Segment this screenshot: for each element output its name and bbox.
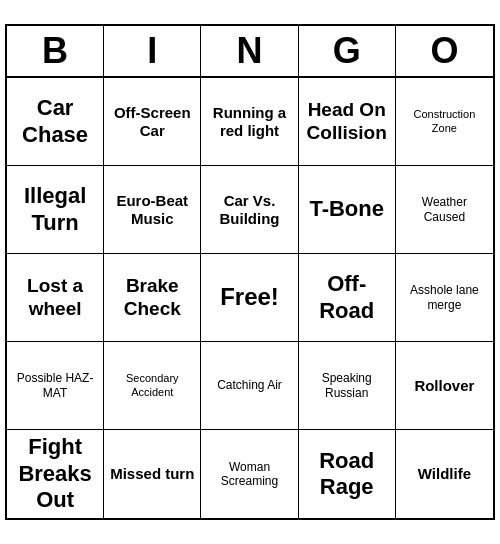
bingo-cell-9[interactable]: Weather Caused (396, 166, 493, 254)
bingo-cell-16[interactable]: Secondary Accident (104, 342, 201, 430)
bingo-cell-3[interactable]: Head On Collision (299, 78, 396, 166)
bingo-cell-5[interactable]: Illegal Turn (7, 166, 104, 254)
bingo-cell-6[interactable]: Euro-Beat Music (104, 166, 201, 254)
bingo-card: BINGO Car ChaseOff-Screen CarRunning a r… (5, 24, 495, 520)
cell-text-9: Weather Caused (400, 195, 489, 224)
bingo-cell-4[interactable]: Construction Zone (396, 78, 493, 166)
bingo-cell-21[interactable]: Missed turn (104, 430, 201, 518)
cell-text-17: Catching Air (217, 378, 282, 392)
cell-text-7: Car Vs. Building (205, 192, 293, 228)
bingo-cell-1[interactable]: Off-Screen Car (104, 78, 201, 166)
cell-text-6: Euro-Beat Music (108, 192, 196, 228)
bingo-header: BINGO (7, 26, 493, 78)
bingo-cell-10[interactable]: Lost a wheel (7, 254, 104, 342)
cell-text-0: Car Chase (11, 95, 99, 148)
cell-text-20: Fight Breaks Out (11, 434, 99, 513)
bingo-cell-19[interactable]: Rollover (396, 342, 493, 430)
cell-text-14: Asshole lane merge (400, 283, 489, 312)
bingo-cell-7[interactable]: Car Vs. Building (201, 166, 298, 254)
cell-text-21: Missed turn (110, 465, 194, 483)
cell-text-1: Off-Screen Car (108, 104, 196, 140)
cell-text-22: Woman Screaming (205, 460, 293, 489)
cell-text-5: Illegal Turn (11, 183, 99, 236)
bingo-cell-2[interactable]: Running a red light (201, 78, 298, 166)
bingo-letter-i: I (104, 26, 201, 76)
cell-text-23: Road Rage (303, 448, 391, 501)
cell-text-11: Brake Check (108, 275, 196, 321)
bingo-letter-b: B (7, 26, 104, 76)
bingo-letter-n: N (201, 26, 298, 76)
bingo-cell-20[interactable]: Fight Breaks Out (7, 430, 104, 518)
bingo-cell-13[interactable]: Off-Road (299, 254, 396, 342)
cell-text-16: Secondary Accident (108, 372, 196, 398)
bingo-cell-18[interactable]: Speaking Russian (299, 342, 396, 430)
cell-text-4: Construction Zone (400, 108, 489, 134)
cell-text-13: Off-Road (303, 271, 391, 324)
cell-text-24: Wildlife (418, 465, 471, 483)
bingo-grid: Car ChaseOff-Screen CarRunning a red lig… (7, 78, 493, 518)
bingo-cell-22[interactable]: Woman Screaming (201, 430, 298, 518)
bingo-cell-24[interactable]: Wildlife (396, 430, 493, 518)
cell-text-3: Head On Collision (303, 99, 391, 145)
cell-text-18: Speaking Russian (303, 371, 391, 400)
cell-text-19: Rollover (414, 377, 474, 395)
cell-text-15: Possible HAZ-MAT (11, 371, 99, 400)
bingo-cell-12[interactable]: Free! (201, 254, 298, 342)
cell-text-10: Lost a wheel (11, 275, 99, 321)
bingo-letter-g: G (299, 26, 396, 76)
bingo-cell-11[interactable]: Brake Check (104, 254, 201, 342)
bingo-cell-17[interactable]: Catching Air (201, 342, 298, 430)
bingo-cell-14[interactable]: Asshole lane merge (396, 254, 493, 342)
cell-text-12: Free! (220, 283, 279, 312)
bingo-cell-15[interactable]: Possible HAZ-MAT (7, 342, 104, 430)
bingo-cell-8[interactable]: T-Bone (299, 166, 396, 254)
cell-text-8: T-Bone (309, 196, 384, 222)
bingo-cell-23[interactable]: Road Rage (299, 430, 396, 518)
cell-text-2: Running a red light (205, 104, 293, 140)
bingo-cell-0[interactable]: Car Chase (7, 78, 104, 166)
bingo-letter-o: O (396, 26, 493, 76)
